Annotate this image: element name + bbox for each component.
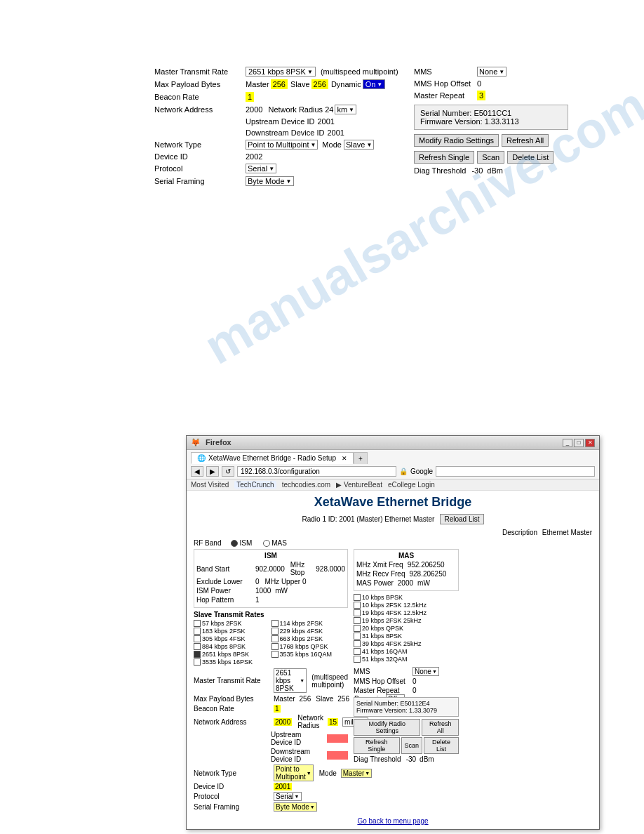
inner-serial-framing-label: Serial Framing — [194, 803, 271, 811]
beacon-rate-value[interactable]: 1 — [246, 92, 254, 102]
mms-dropdown[interactable]: None ▼ — [477, 67, 507, 77]
rate-183k-checkbox[interactable] — [194, 628, 201, 635]
search-input[interactable] — [436, 466, 595, 477]
delete-list-button[interactable]: Delete List — [507, 151, 554, 164]
forward-button[interactable]: ▶ — [206, 466, 219, 477]
inner-mode-label: Mode — [319, 769, 337, 777]
network-type-dropdown[interactable]: Point to Multipoint ▼ — [246, 140, 318, 150]
inner-firmware-version: Firmware Version: 1.33.3079 — [356, 707, 456, 714]
protocol-dropdown[interactable]: Serial ▼ — [246, 164, 276, 173]
inner-beacon-value[interactable]: 1 — [274, 705, 281, 713]
inner-net-addr-value[interactable]: 2000 — [274, 718, 292, 726]
mas-rate-19k-4fsk-checkbox[interactable] — [354, 609, 361, 616]
bookmark-ecollege[interactable]: eCollege Login — [388, 481, 435, 489]
mas-radio[interactable]: MAS — [263, 539, 287, 547]
inner-serial-box: Serial Number: E50112E4 Firmware Version… — [354, 697, 459, 717]
inner-net-addr-row: Network Address 2000 Network Radius 15 m… — [194, 714, 348, 729]
mode-dropdown[interactable]: Slave ▼ — [344, 140, 374, 150]
mas-rate-20k-qpsk-checkbox[interactable] — [354, 625, 361, 632]
mas-rate-39k-4fsk: 39 kbps 4FSK 25kHz — [354, 640, 459, 647]
inner-upstream-value[interactable] — [327, 734, 348, 743]
mas-rate-10k-bpsk-checkbox[interactable] — [354, 594, 361, 601]
reload-list-button[interactable]: Reload List — [440, 514, 483, 524]
inner-upstream-label: Upstream Device ID — [271, 731, 322, 746]
inner-radius-val[interactable]: 15 — [328, 718, 338, 726]
scan-button[interactable]: Scan — [477, 151, 504, 164]
firefox-icon: 🦊 — [191, 438, 201, 446]
minimize-button[interactable]: _ — [563, 439, 572, 447]
refresh-single-button[interactable]: Refresh Single — [414, 151, 474, 164]
modify-radio-settings-button[interactable]: Modify Radio Settings — [414, 134, 499, 147]
inner-mms-dropdown[interactable]: None ▼ — [412, 667, 439, 676]
inner-modify-button[interactable]: Modify Radio Settings — [354, 719, 420, 736]
rate-884k-checkbox[interactable] — [194, 643, 201, 650]
new-tab-button[interactable]: + — [354, 452, 368, 464]
inner-protocol-dropdown[interactable]: Serial ▼ — [274, 792, 302, 801]
firmware-version: Firmware Version: 1.33.3113 — [420, 117, 562, 126]
inner-master-repeat-label: Master Repeat — [354, 687, 410, 694]
network-type-row: Network Type Point to Multipoint ▼ Mode … — [154, 140, 407, 150]
browser-tabs: 🌐 XetaWave Ethernet Bridge - Radio Setup… — [191, 452, 595, 464]
mas-rate-10k-2fsk-checkbox[interactable] — [354, 602, 361, 609]
rate-114k-checkbox[interactable] — [271, 620, 279, 627]
rate-663k-label: 663 kbps 2FSK — [280, 635, 323, 642]
inner-scan-button[interactable]: Scan — [401, 737, 423, 754]
tab-close-icon[interactable]: ✕ — [342, 455, 347, 462]
inner-device-id-value[interactable]: 2001 — [274, 783, 292, 790]
inner-refresh-single-button[interactable]: Refresh Single — [354, 737, 400, 754]
rate-2651k-checkbox[interactable] — [194, 651, 201, 658]
serial-framing-dropdown[interactable]: Byte Mode ▼ — [246, 176, 294, 186]
rate-3535k-16psk-checkbox[interactable] — [194, 658, 201, 666]
master-value[interactable]: 256 — [271, 79, 288, 89]
ism-radio[interactable]: ISM — [231, 539, 252, 547]
button-row-2: Refresh Single Scan Delete List — [414, 151, 568, 164]
bookmarks-bar: Most Visited TechCrunch techcodies.com ▶… — [187, 479, 599, 491]
rate-305k-checkbox[interactable] — [194, 635, 201, 642]
slave-value[interactable]: 256 — [311, 79, 328, 89]
mas-rate-41k-16qam-checkbox[interactable] — [354, 648, 361, 655]
mas-rate-39k-4fsk-checkbox[interactable] — [354, 640, 361, 647]
inner-net-type-dropdown[interactable]: Point to Multipoint ▼ — [274, 764, 314, 781]
device-id-label: Device ID — [154, 152, 246, 161]
mas-rate-31k-8psk-checkbox[interactable] — [354, 633, 361, 640]
close-button[interactable]: ✕ — [585, 439, 595, 447]
rate-1768k-checkbox[interactable] — [271, 643, 279, 650]
master-repeat-value[interactable]: 3 — [477, 91, 485, 100]
description-label: Description — [502, 529, 537, 536]
bookmark-most-visited[interactable]: Most Visited — [191, 481, 229, 489]
radius-dropdown[interactable]: km ▼ — [335, 105, 356, 114]
inner-mtr-extra: (multispeed multipoint) — [311, 673, 348, 689]
mtr-dropdown[interactable]: 2651 kbps 8PSK ▼ — [246, 67, 316, 77]
maximize-button[interactable]: □ — [574, 439, 584, 447]
bookmark-techcrunch[interactable]: TechCrunch — [234, 481, 276, 489]
inner-serial-framing-dropdown[interactable]: Byte Mode ▼ — [274, 802, 317, 812]
back-button[interactable]: ◀ — [191, 466, 203, 477]
slave-rates-grid: 57 kbps 2FSK 114 kbps 2FSK 183 kbps 2FSK — [194, 620, 348, 666]
dynamic-value[interactable]: On ▼ — [363, 79, 386, 89]
inner-downstream-value[interactable] — [327, 751, 348, 760]
rf-band-row: RF Band ISM MAS — [194, 539, 592, 547]
mas-rate-19k-2fsk-checkbox[interactable] — [354, 617, 361, 624]
active-tab[interactable]: 🌐 XetaWave Ethernet Bridge - Radio Setup… — [191, 452, 354, 464]
rate-229k-checkbox[interactable] — [271, 628, 279, 635]
rate-57k: 57 kbps 2FSK — [194, 620, 271, 627]
bookmark-venturebeat[interactable]: ▶ VentureBeat — [336, 481, 382, 489]
bookmark-techcodies[interactable]: techcodies.com — [282, 481, 330, 489]
inner-refresh-all-button[interactable]: Refresh All — [422, 719, 459, 736]
reload-page-button[interactable]: ↺ — [222, 466, 234, 477]
go-back-link[interactable]: Go back to menu page — [194, 817, 592, 825]
rate-3535k-16qam-checkbox[interactable] — [271, 651, 279, 658]
inner-mtr-dropdown[interactable]: 2651 kbps 8PSK ▼ — [274, 668, 307, 693]
page-favicon: 🌐 — [197, 454, 206, 462]
rate-663k: 663 kbps 2FSK — [271, 635, 349, 642]
serial-number: Serial Number: E5011CC1 — [420, 109, 562, 117]
mas-rates-section: 10 kbps BPSK 10 kbps 2FSK 12.5kHz 19 kbp… — [354, 594, 459, 663]
master-repeat-label: Master Repeat — [414, 91, 477, 100]
rate-663k-checkbox[interactable] — [271, 635, 279, 642]
refresh-all-button[interactable]: Refresh All — [502, 134, 549, 147]
mas-rate-51k-32qam-checkbox[interactable] — [354, 656, 361, 663]
rate-57k-label: 57 kbps 2FSK — [202, 620, 242, 627]
address-input[interactable] — [237, 466, 396, 477]
inner-delete-list-button[interactable]: Delete List — [424, 737, 459, 754]
rate-57k-checkbox[interactable] — [194, 620, 201, 627]
